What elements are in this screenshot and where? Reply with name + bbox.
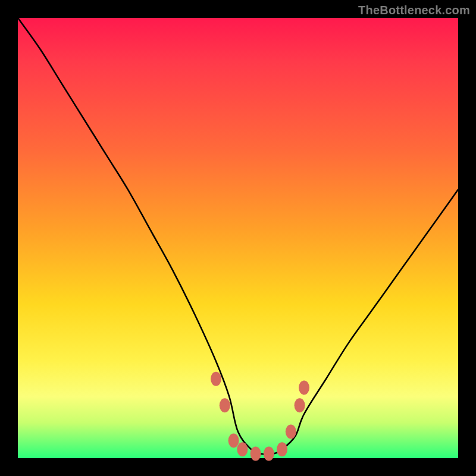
marker-point xyxy=(237,442,248,456)
marker-point xyxy=(211,372,221,386)
marker-point xyxy=(295,398,305,412)
marker-point xyxy=(299,381,309,395)
marker-point xyxy=(264,447,274,461)
marker-point xyxy=(286,425,296,439)
chart-frame: TheBottleneck.com xyxy=(0,0,476,476)
bottleneck-curve xyxy=(18,18,458,455)
marker-point xyxy=(277,442,287,456)
marker-point xyxy=(250,447,261,461)
plot-area xyxy=(18,18,458,458)
marker-point xyxy=(228,433,239,447)
marker-point xyxy=(220,398,230,412)
chart-svg xyxy=(18,18,458,458)
watermark-label: TheBottleneck.com xyxy=(358,4,470,17)
